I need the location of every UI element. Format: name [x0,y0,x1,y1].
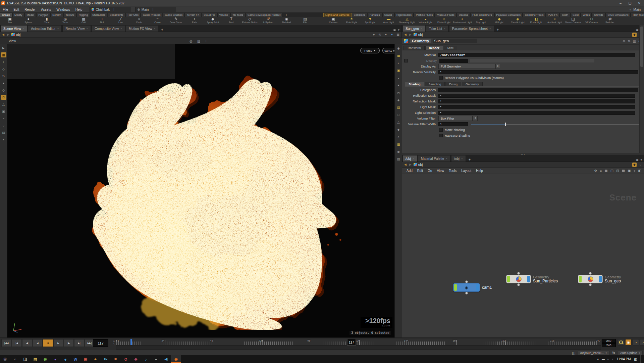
display-option-icon-12[interactable]: ○ [396,134,401,139]
shelf-tool-grid[interactable]: ▦Grid [74,17,93,24]
node-body[interactable]: ◉ [453,283,480,292]
shelf-tab-container-tools[interactable]: Container Tools [523,13,545,17]
collapse-icon[interactable]: « [630,8,632,11]
next-keyframe-button[interactable]: ▶| [74,339,84,347]
timeline-ruler[interactable]: 124487296120144168192216240 117 [116,339,601,346]
back-icon[interactable]: ◀ [404,33,407,36]
shelf-tool-platonic-solids[interactable]: ◇Platonic Solids [240,17,259,24]
checkbox-render-polygons-as-subdivision-mantra-[interactable] [439,76,443,80]
select-mode-icon[interactable]: ● [384,33,388,37]
stop-button[interactable]: ■ [43,339,53,347]
network-toolbar-icon-2[interactable]: ▦ [604,169,607,173]
camera-view-button[interactable]: cam1 ▣ ▼ [382,48,394,53]
subtab-geometry[interactable]: Geometry [462,82,483,86]
network-toolbar-icon-3[interactable]: ◫ [610,169,613,173]
tray-icon-3[interactable]: ♪ [612,358,613,361]
display-flag[interactable] [454,284,457,291]
network-toolbar-icon-5[interactable]: ▩ [622,169,625,173]
maximize-button[interactable]: ▢ [625,0,635,6]
shelf-tab-drive-simulations[interactable]: Drive Simulations [605,13,630,17]
close-icon[interactable]: × [461,157,463,160]
shelf-tool-spray-paint[interactable]: ◆Spray Paint [204,17,222,24]
shelf-tab-texture[interactable]: Texture [64,13,76,17]
show-desktop-button[interactable] [640,355,642,363]
viewport-tool-icon-3[interactable]: ◇ [1,66,6,72]
slider-handle[interactable] [505,123,506,126]
desktop-selector[interactable]: Chishbak ⋮ [90,7,130,12]
clock[interactable]: 11:04 PM [616,357,631,361]
param-slider[interactable] [471,124,641,125]
close-button[interactable]: ✕ [635,0,644,6]
shelf-tab-guide-brushes[interactable]: Guide Brushes [163,13,184,17]
output-connector[interactable] [465,292,468,294]
output-connector[interactable] [517,283,520,286]
radial-menu-dots-icon[interactable]: ⋮ [151,8,154,11]
network-toolbar-icon-0[interactable]: ⚙ [594,169,597,173]
shelf-tab-solid[interactable]: Solid [571,13,581,17]
display-option-icon-15[interactable]: ▤ [396,156,401,162]
menu-file[interactable]: File [0,8,11,11]
app-purple-icon[interactable]: ● [50,355,60,363]
checker-icon[interactable]: ▦ [396,33,400,37]
menu-help[interactable]: Help [73,8,85,11]
shelf-tab-lights-and-cameras[interactable]: Lights and Cameras [323,13,352,17]
param-scrollbar[interactable] [639,25,644,155]
viewport-tool-icon-13[interactable]: + [1,137,6,142]
param-field-light-selection[interactable]: * [438,111,635,115]
playback-range-bar[interactable] [116,346,601,350]
pane-control-icon-0[interactable]: ▣ [636,158,639,162]
param-field-light-mask[interactable]: * [438,105,635,109]
action-center-icon[interactable]: ◧ [634,358,637,361]
shelf-tool-spot-light[interactable]: ▼Spot Light [361,17,379,24]
param-path[interactable]: obj [418,33,423,37]
jump-to-start-button[interactable]: |◀◀ [1,339,11,347]
shelf-tool-area-light[interactable]: ▬Area Light [379,17,398,24]
shelf-tool-switcher[interactable]: ⇄Switcher [601,17,619,24]
viewport-toolbar-icon-1[interactable]: ▦ [197,39,200,43]
shelf-tool-file[interactable]: ▤File [296,17,314,24]
photoshop-icon[interactable]: Ps [101,355,111,363]
shelf-tab-guide-process[interactable]: Guide Process [141,13,162,17]
param-tab-transform[interactable]: Transform [404,46,425,50]
app-orange-icon[interactable]: Fl [111,355,121,363]
subtab-sampling[interactable]: Sampling [425,82,445,86]
shelf-tool-box[interactable]: ▣Box [1,17,19,24]
auto-key-icon[interactable] [618,339,624,346]
output-connector[interactable] [589,283,592,286]
shelf-tab-characters[interactable]: Characters [90,13,107,17]
app-red-icon[interactable]: ▣ [80,355,91,363]
tab-motion-fx-view[interactable]: Motion FX View× [126,25,159,32]
search-button[interactable]: ○ [10,355,20,363]
snapshot-icon[interactable]: ◆ [632,163,637,167]
shelf-tool-distant-light[interactable]: ☼Distant Light [435,17,453,24]
shelf-tab-rigid-bodies[interactable]: Rigid Bodies [394,13,414,17]
shelf-tool-null[interactable]: +Null [93,17,111,24]
viewport-tool-icon-0[interactable]: ▶ [1,45,6,50]
shelf-tab-model[interactable]: Model [25,13,36,17]
display-option-icon-3[interactable]: ▣ [396,68,401,73]
display-option-icon-13[interactable]: ▦ [396,142,401,147]
shelf-tool-metaball[interactable]: ◉Metaball [277,17,296,24]
network-menu-help[interactable]: Help [474,169,485,173]
display-option-icon-10[interactable]: △ [396,120,401,125]
tab-scene-view[interactable]: Scene View× [0,25,27,32]
close-icon[interactable]: × [86,27,88,30]
back-icon[interactable]: ◀ [1,33,5,36]
shelf-tab-hair-tools[interactable]: Hair Tools [631,13,644,17]
viewport-toolbar-icon-0[interactable]: ◎ [190,39,193,43]
subtab-shading[interactable]: Shading [405,82,424,86]
blue-dot-icon[interactable]: ● [390,33,394,37]
node-body[interactable] [578,275,603,283]
param-field-categories[interactable] [438,88,638,92]
render-flag[interactable] [527,276,530,282]
viewport-tool-icon-7[interactable]: □ [1,95,6,100]
shelf-tab-cloud-fx[interactable]: Cloud FX [202,13,217,17]
shelf-tool-font[interactable]: TFont [222,17,240,24]
param-dropdown-display-as[interactable]: Full Geometry [438,64,495,69]
tab-parameter-spreadsheet[interactable]: Parameter Spreadsheet× [449,25,494,32]
shelf-tab-td-tools[interactable]: TD Tools [230,13,245,17]
shelf-tab-polygon[interactable]: Polygon [36,13,50,17]
close-icon[interactable]: × [421,27,422,30]
shelf-tool-draw-curve[interactable]: ✎Draw Curve [167,17,185,24]
forward-icon[interactable]: ▶ [409,33,412,36]
